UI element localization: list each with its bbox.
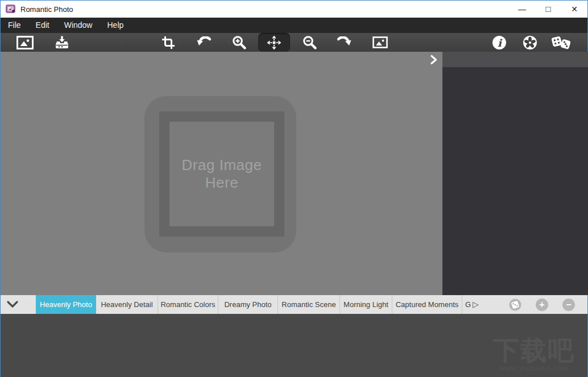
menu-window[interactable]: Window: [57, 18, 100, 33]
open-image-icon: [16, 36, 34, 49]
info-button[interactable]: i: [484, 34, 515, 51]
remove-style-button[interactable]: −: [562, 299, 575, 311]
menu-edit[interactable]: Edit: [28, 18, 57, 33]
style-tab-bar: Heavenly Photo Heavenly Detail Romantic …: [1, 295, 587, 314]
window-title: Romantic Photo: [20, 5, 73, 14]
tab-morning-light[interactable]: Morning Light: [340, 295, 392, 314]
right-panel: [442, 52, 588, 295]
tab-romantic-colors[interactable]: Romantic Colors: [158, 295, 218, 314]
tab-scroll-right-button[interactable]: ▷: [473, 295, 479, 314]
zoom-in-button[interactable]: [223, 34, 254, 51]
right-panel-header: [442, 52, 588, 67]
watermark-url: www.xiazaiba.com: [493, 364, 575, 372]
open-image-button[interactable]: [10, 34, 40, 51]
move-button[interactable]: [258, 33, 290, 52]
import-image-button[interactable]: [47, 34, 77, 51]
window-controls: — □ ✕: [509, 1, 587, 18]
panel-toggle-button[interactable]: [430, 55, 438, 65]
tab-heavenly-photo[interactable]: Heavenly Photo: [36, 295, 96, 314]
drop-zone[interactable]: Drag Image Here: [144, 96, 296, 252]
tab-dreamy-photo[interactable]: Dreamy Photo: [218, 295, 278, 314]
dice-icon: [550, 35, 571, 51]
watermark-text: 下载吧: [493, 337, 575, 364]
crop-button[interactable]: [153, 34, 184, 51]
info-icon: i: [492, 35, 507, 50]
rotate-right-icon: [337, 36, 352, 49]
drop-zone-frame: Drag Image Here: [159, 111, 284, 237]
menu-bar: File Edit Window Help: [1, 18, 587, 33]
app-logo-icon: [6, 5, 16, 14]
bottom-panel: 下载吧 www.xiazaiba.com: [1, 314, 587, 377]
zoom-out-button[interactable]: [294, 34, 325, 51]
app-window: Romantic Photo — □ ✕ File Edit Window He…: [0, 0, 588, 377]
tab-romantic-scene[interactable]: Romantic Scene: [278, 295, 340, 314]
tab-captured-moments[interactable]: Captured Moments: [392, 295, 462, 314]
title-bar: Romantic Photo — □ ✕: [1, 1, 587, 18]
maximize-button[interactable]: □: [535, 1, 561, 18]
crop-icon: [162, 36, 175, 49]
rotate-right-button[interactable]: [329, 34, 360, 51]
close-button[interactable]: ✕: [561, 1, 587, 18]
move-icon: [267, 35, 281, 50]
drop-zone-label: Drag Image Here: [173, 156, 270, 191]
fit-image-button[interactable]: [365, 34, 395, 51]
effects-button[interactable]: [515, 34, 545, 51]
canvas-area: Drag Image Here: [1, 52, 442, 295]
watermark: 下载吧 www.xiazaiba.com: [493, 337, 575, 372]
style-tabs: Heavenly Photo Heavenly Detail Romantic …: [36, 295, 474, 314]
toolbar: i: [1, 33, 587, 52]
zoom-out-icon: [303, 35, 317, 49]
random-style-button[interactable]: [509, 299, 521, 311]
rotate-left-button[interactable]: [188, 34, 219, 51]
rotate-left-icon: [196, 36, 211, 49]
zoom-in-icon: [232, 35, 246, 49]
randomize-button[interactable]: [545, 34, 576, 51]
collapse-panel-button[interactable]: [6, 300, 19, 309]
menu-file[interactable]: File: [1, 18, 28, 33]
fit-image-icon: [372, 36, 388, 48]
menu-help[interactable]: Help: [100, 18, 131, 33]
import-image-icon: [55, 35, 69, 49]
tab-clipped[interactable]: G: [462, 295, 474, 314]
minimize-button[interactable]: —: [509, 1, 535, 18]
tab-heavenly-detail[interactable]: Heavenly Detail: [96, 295, 158, 314]
flower-icon: [523, 35, 537, 50]
add-style-button[interactable]: +: [536, 299, 548, 311]
